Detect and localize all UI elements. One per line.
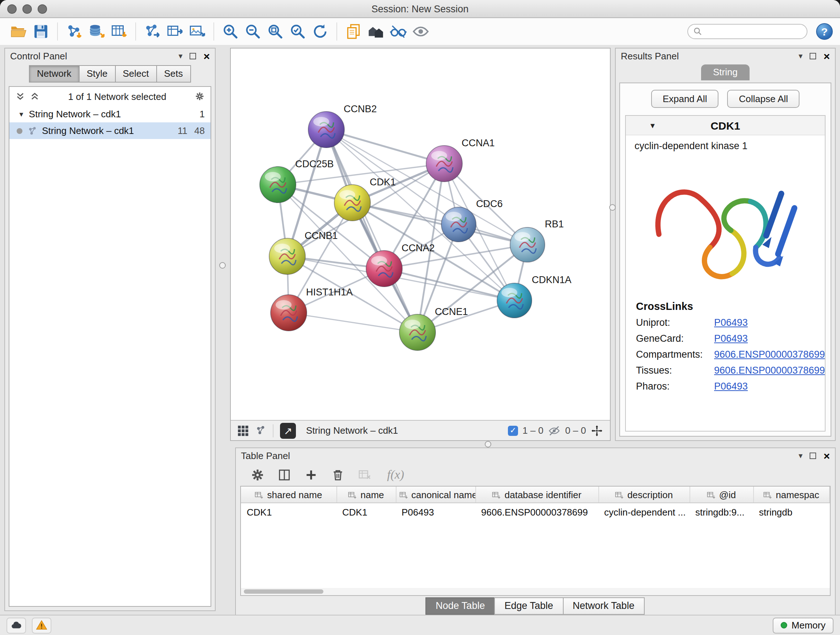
network-share-icon[interactable] [256,425,266,436]
import-table-button[interactable] [108,21,130,42]
column-header-database-identifier[interactable]: database identifier [475,486,598,503]
panel-float-icon[interactable] [810,53,816,59]
network-node-hist1h1a[interactable]: HIST1H1A [271,287,353,331]
function-builder-button[interactable]: f(x) [387,467,404,482]
network-node-cdk1[interactable]: CDK1 [334,177,396,221]
splitter-handle-icon[interactable] [219,262,226,269]
splitter-handle-icon[interactable] [609,204,616,211]
collapse-all-button[interactable]: Collapse All [728,90,800,108]
tab-node-table[interactable]: Node Table [425,597,495,614]
network-node-rb1[interactable]: RB1 [510,219,564,262]
cloud-button[interactable] [6,617,26,633]
zoom-in-button[interactable] [219,21,242,42]
network-collection-row[interactable]: ▼ String Network – cdk1 1 [9,106,210,122]
column-header-name[interactable]: name [336,486,396,503]
help-button[interactable]: ? [816,23,833,40]
panel-menu-icon[interactable]: ▾ [798,52,802,60]
graphics-details-button[interactable] [387,21,409,42]
network-canvas[interactable]: CCNB2CCNA1CDC25BCDK1CDC6RB1CCNB1CCNA2CDK… [231,49,610,420]
network-node-ccnb1[interactable]: CCNB1 [269,230,338,274]
open-in-new-window-button[interactable]: ↗ [280,423,296,439]
export-table-button[interactable] [164,21,186,42]
refresh-view-button[interactable] [309,21,332,42]
search-input[interactable] [706,26,802,37]
crosslink-link[interactable]: P06493 [714,317,748,328]
home-button[interactable] [365,21,387,42]
table-row[interactable]: CDK1CDK1P064939606.ENSP00000378699cyclin… [241,503,829,520]
network-node-ccne1[interactable]: CCNE1 [399,306,468,350]
crosslink-link[interactable]: 9606.ENSP00000378699 [714,364,825,375]
birdseye-grid-icon[interactable] [237,424,249,436]
delete-column-trash-icon[interactable] [331,467,345,482]
new-network-button[interactable] [141,21,164,42]
tab-style[interactable]: Style [79,65,115,82]
table-cell[interactable]: CDK1 [241,503,336,520]
selected-checkbox-icon[interactable]: ✓ [508,425,518,435]
toolbar-search[interactable] [687,24,807,39]
column-header-namespac[interactable]: namespac [753,486,829,503]
network-node-cdkn1a[interactable]: CDKN1A [497,274,572,318]
crosslink-link[interactable]: 9606.ENSP00000378699 [714,348,825,359]
table-gear-icon[interactable] [250,467,265,482]
column-header-canonical-name[interactable]: canonical name [396,486,475,503]
disclosure-triangle-icon[interactable]: ▼ [18,111,25,118]
crosslink-link[interactable]: P06493 [714,333,748,344]
network-node-ccna1[interactable]: CCNA1 [426,138,495,182]
table-cell[interactable]: stringdb [753,503,829,520]
show-columns-icon[interactable] [277,467,292,482]
network-edge[interactable] [326,130,417,333]
open-session-button[interactable] [7,21,30,42]
move-crosshair-icon[interactable] [591,424,603,437]
gear-icon[interactable] [195,91,205,101]
panel-float-icon[interactable] [189,53,196,59]
copy-button[interactable] [342,21,365,42]
export-image-button[interactable] [186,21,208,42]
show-hide-button[interactable] [409,21,432,42]
column-header-shared-name[interactable]: shared name [241,486,336,503]
import-network-file-button[interactable] [63,21,85,42]
collapse-all-networks-icon[interactable] [30,91,40,101]
panel-close-icon[interactable]: × [823,51,830,62]
expand-all-button[interactable]: Expand All [651,90,719,108]
zoom-window-button[interactable] [38,4,47,13]
expand-all-networks-icon[interactable] [15,91,25,101]
zoom-out-button[interactable] [242,21,264,42]
table-cell[interactable]: P06493 [396,503,475,520]
crosslink-link[interactable]: P06493 [714,380,748,391]
table-cell[interactable]: cyclin-dependent ... [598,503,690,520]
table-cell[interactable]: stringdb:9... [690,503,753,520]
panel-menu-icon[interactable]: ▾ [798,452,802,460]
zoom-fit-button[interactable] [264,21,286,42]
panel-close-icon[interactable]: × [823,450,830,461]
tab-network-table[interactable]: Network Table [562,597,645,614]
memory-button[interactable]: Memory [773,617,834,633]
tab-edge-table[interactable]: Edge Table [494,597,563,614]
import-network-database-button[interactable] [85,21,108,42]
network-row-selected[interactable]: String Network – cdk1 11 48 [9,122,210,139]
save-session-button[interactable] [30,21,52,42]
minimize-window-button[interactable] [22,4,32,13]
tab-sets[interactable]: Sets [156,65,191,82]
panel-close-icon[interactable]: × [203,51,210,62]
zoom-selected-button[interactable] [286,21,309,42]
tab-string[interactable]: String [701,65,750,80]
panel-float-icon[interactable] [810,453,816,459]
column-header-description[interactable]: description [598,486,690,503]
warnings-button[interactable] [32,617,51,633]
column-header--id[interactable]: @id [690,486,753,503]
tab-select[interactable]: Select [115,65,156,82]
tab-network[interactable]: Network [29,65,79,82]
close-window-button[interactable] [7,4,17,13]
hidden-eye-slash-icon[interactable] [548,424,561,437]
table-cell[interactable]: CDK1 [336,503,396,520]
horizontal-scrollbar[interactable] [241,588,830,595]
add-column-icon[interactable] [304,467,318,482]
scrollbar-thumb[interactable] [244,589,324,594]
panel-menu-icon[interactable]: ▾ [178,52,182,60]
splitter-handle-icon[interactable] [485,441,491,448]
table-cell[interactable]: 9606.ENSP00000378699 [475,503,598,520]
table-scroll-area[interactable]: shared namenamecanonical namedatabase id… [241,486,830,588]
network-edge[interactable] [289,313,417,333]
gene-section-header[interactable]: ▼ CDK1 [626,116,825,135]
disclosure-triangle-icon[interactable]: ▼ [649,121,656,129]
